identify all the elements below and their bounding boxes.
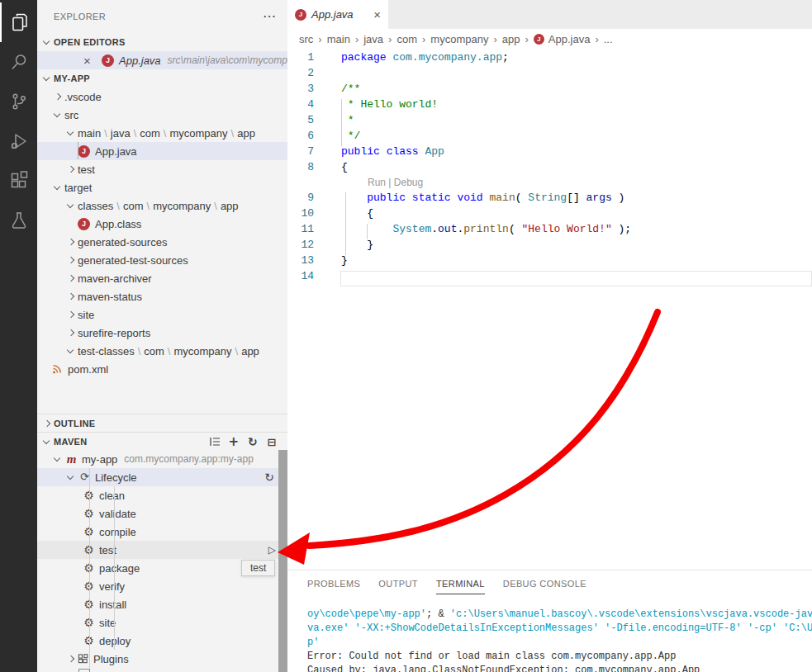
sidebar-scrollbar[interactable]: [278, 450, 287, 672]
panel-tab-problems[interactable]: PROBLEMS: [307, 579, 360, 594]
testing-beaker-icon[interactable]: [0, 201, 37, 240]
tree-item-target[interactable]: target: [37, 178, 287, 196]
chevron-down-icon: [51, 178, 64, 196]
outline-header[interactable]: OUTLINE: [37, 414, 287, 433]
maven-phase-deploy[interactable]: ⚙deploy: [37, 632, 287, 650]
terminal-output[interactable]: oy\code\pepe\my-app'; & 'c:\Users\manuel…: [307, 608, 812, 672]
maven-phase-test[interactable]: ⚙test▷: [37, 541, 287, 559]
maven-plugins[interactable]: Plugins: [37, 650, 287, 668]
tree-item-.vscode[interactable]: .vscode: [37, 88, 287, 106]
maven-project-my-app[interactable]: mmy-appcom.mycompany.app:my-app: [37, 450, 287, 468]
breadcrumb-src[interactable]: src: [299, 33, 313, 45]
breadcrumb-main[interactable]: main: [327, 33, 350, 45]
tree-item-maven-status[interactable]: maven-status: [37, 287, 287, 305]
terminal-line: Caused by: java.lang.ClassNotFoundExcept…: [307, 664, 812, 672]
chevron-down-icon: [51, 106, 64, 124]
maven-project-desc: com.mycompany.app:my-app: [124, 453, 254, 465]
chevron-down-icon: [64, 124, 78, 142]
maven-icon: m: [64, 450, 78, 468]
tree-item-main-java-com-mycompany-app[interactable]: main\java\com\mycompany\app: [37, 124, 287, 142]
breadcrumb-file[interactable]: App.java: [548, 33, 591, 45]
tree-item-surefire-reports[interactable]: surefire-reports: [37, 324, 287, 342]
maven-phase-install[interactable]: ⚙install: [37, 595, 287, 613]
close-icon[interactable]: ×: [83, 54, 97, 68]
tree-item-src[interactable]: src: [37, 106, 287, 124]
codelens-run[interactable]: Run: [368, 175, 386, 190]
breadcrumb-app[interactable]: app: [502, 33, 520, 45]
list-tree-icon[interactable]: [208, 435, 221, 448]
java-file-icon: J: [102, 54, 114, 67]
codelens: Run | Debug: [287, 175, 812, 190]
terminal-line: oy\code\pepe\my-app'; & 'c:\Users\manuel…: [307, 608, 812, 622]
tab-appjava[interactable]: J App.java ×: [287, 0, 388, 29]
run-icon[interactable]: ▷: [268, 544, 276, 556]
add-icon[interactable]: +: [227, 435, 240, 448]
breadcrumb-com[interactable]: com: [397, 33, 417, 45]
explorer-icon[interactable]: [0, 2, 37, 42]
breadcrumb-mycompany[interactable]: mycompany: [430, 33, 488, 45]
line-number: 10: [287, 206, 314, 221]
refresh-icon[interactable]: ↻: [264, 471, 274, 484]
tree-item-site[interactable]: site: [37, 305, 287, 324]
extensions-icon[interactable]: [0, 161, 37, 201]
tree-item-classes-com-mycompany-app[interactable]: classes\com\mycompany\app: [37, 196, 287, 215]
maven-toolbar: + ↻ ⊟: [208, 433, 278, 451]
open-editor-item-appjava[interactable]: × J App.java src\main\java\com\mycompany…: [37, 51, 287, 69]
chevron-down-icon: [51, 450, 64, 468]
panel-tab-debug-console[interactable]: DEBUG CONSOLE: [503, 579, 586, 594]
terminal-line: p': [307, 636, 812, 650]
maven-header[interactable]: MAVEN + ↻ ⊟: [37, 432, 287, 451]
maven-phase-site[interactable]: ⚙site: [37, 613, 287, 632]
indent-guide: [345, 192, 346, 255]
open-editor-file-path: src\main\java\com\mycompany\a...: [168, 54, 287, 66]
source-control-icon[interactable]: [0, 82, 37, 121]
maven-phase-verify[interactable]: ⚙verify: [37, 577, 287, 595]
breadcrumb-java[interactable]: java: [363, 33, 383, 45]
codelens-debug[interactable]: Debug: [394, 175, 423, 190]
line-number: 8: [287, 159, 314, 175]
chevron-right-icon: [64, 305, 78, 324]
line-number: 12: [287, 237, 314, 253]
tree-item-test-classes-com-mycompany-app[interactable]: test-classes\com\mycompany\app: [37, 342, 287, 360]
open-editors-header[interactable]: OPEN EDITORS: [37, 33, 287, 51]
chevron-right-icon: [64, 324, 78, 342]
tree-item-App.java[interactable]: JApp.java: [37, 142, 287, 160]
active-indent-guide: [78, 142, 78, 159]
line-number: 4: [287, 97, 314, 112]
files-icon: [10, 12, 30, 32]
breadcrumb-symbol[interactable]: ...: [604, 33, 613, 45]
tree-item-App.class[interactable]: JApp.class: [37, 215, 287, 233]
refresh-icon[interactable]: ↻: [246, 435, 259, 448]
search-icon[interactable]: [0, 42, 37, 82]
run-and-debug-icon[interactable]: [0, 121, 37, 161]
java-file-icon: J: [295, 9, 306, 21]
chevron-right-icon: [64, 233, 78, 251]
tree-item-generated-sources[interactable]: generated-sources: [37, 233, 287, 251]
maven-lifecycle[interactable]: ⟳Lifecycle↻: [37, 468, 287, 486]
code-line-6: 6 */: [287, 128, 812, 144]
tree-item-pom.xml[interactable]: pom.xml: [37, 360, 287, 378]
project-header[interactable]: MY-APP: [37, 69, 287, 88]
maven-phase-validate[interactable]: ⚙validate: [37, 504, 287, 523]
code-line-3: 3/**: [287, 81, 812, 97]
maven-phase-clean[interactable]: ⚙clean: [37, 486, 287, 504]
tooltip: test: [241, 560, 275, 576]
code-lines: 1package com.mycompany.app;23/**4 * Hell…: [287, 50, 812, 284]
java-file-icon: J: [78, 218, 90, 230]
sidebar-title-row: EXPLORER ⋯: [37, 7, 287, 26]
tree-item-maven-archiver[interactable]: maven-archiver: [37, 269, 287, 287]
tree-item-test[interactable]: test: [37, 160, 287, 178]
tree-item-generated-test-sources[interactable]: generated-test-sources: [37, 251, 287, 269]
panel-tab-output[interactable]: OUTPUT: [378, 579, 418, 594]
chevron-right-icon: [64, 287, 78, 305]
collapse-all-icon[interactable]: ⊟: [265, 435, 278, 448]
line-number: 5: [287, 112, 314, 128]
more-actions-icon[interactable]: ⋯: [263, 7, 276, 26]
maven-phase-compile[interactable]: ⚙compile: [37, 523, 287, 541]
code-editor[interactable]: 1package com.mycompany.app;23/**4 * Hell…: [287, 50, 812, 570]
current-line-highlight: [340, 271, 812, 286]
close-icon[interactable]: ×: [373, 7, 381, 21]
panel-tab-terminal[interactable]: TERMINAL: [436, 579, 485, 594]
chevron-down-icon: [64, 468, 78, 486]
maven-tree: mmy-appcom.mycompany.app:my-app⟳Lifecycl…: [37, 450, 287, 668]
